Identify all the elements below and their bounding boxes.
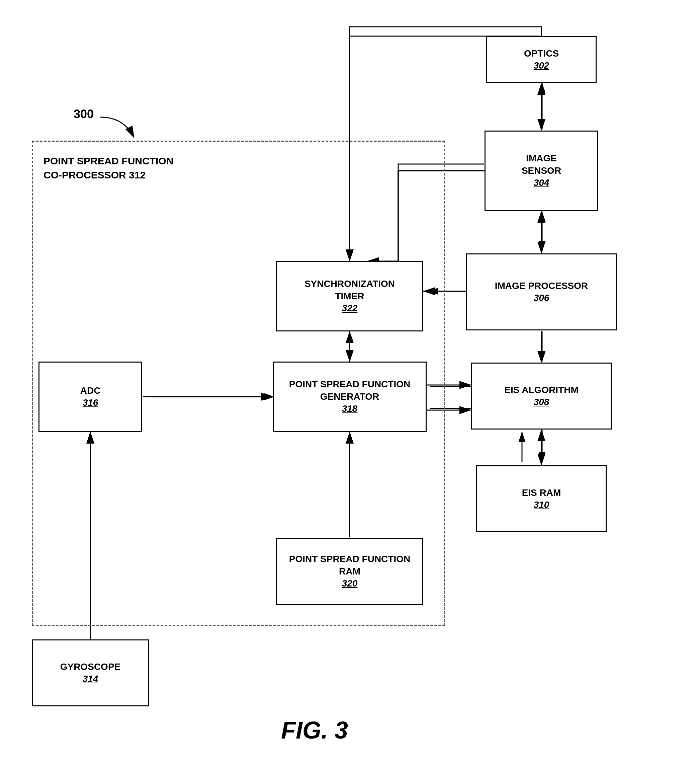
image-processor-ref: 306: [534, 292, 549, 304]
sync-timer-label: SYNCHRONIZATIONTIMER: [304, 278, 395, 302]
gyroscope-box: GYROSCOPE 314: [32, 639, 149, 706]
psf-coprocessor-ref: 312: [129, 169, 146, 181]
label-300: 300: [74, 107, 94, 121]
adc-ref: 316: [83, 397, 98, 409]
gyroscope-label: GYROSCOPE: [60, 661, 120, 673]
eis-algorithm-ref: 308: [534, 396, 549, 408]
psf-ram-label: POINT SPREAD FUNCTIONRAM: [289, 553, 410, 577]
optics-label: OPTICS: [524, 47, 559, 60]
psf-coprocessor-line2: CO-PROCESSOR 312: [44, 169, 146, 181]
image-sensor-box: IMAGESENSOR 304: [484, 130, 598, 211]
eis-ram-ref: 310: [534, 499, 549, 511]
psf-generator-label: POINT SPREAD FUNCTIONGENERATOR: [289, 378, 410, 403]
fig-3-label: FIG. 3: [281, 716, 348, 744]
image-sensor-ref: 304: [534, 177, 549, 189]
psf-ram-ref: 320: [342, 577, 358, 590]
image-processor-label: IMAGE PROCESSOR: [495, 280, 588, 292]
psf-ram-box: POINT SPREAD FUNCTIONRAM 320: [276, 538, 423, 605]
psf-generator-box: POINT SPREAD FUNCTIONGENERATOR 318: [273, 361, 427, 432]
adc-box: ADC 316: [39, 361, 142, 432]
eis-ram-box: EIS RAM 310: [476, 465, 607, 532]
eis-algorithm-box: EIS ALGORITHM 308: [471, 363, 612, 429]
optics-box: OPTICS 302: [486, 36, 597, 83]
psf-generator-ref: 318: [342, 403, 358, 415]
image-processor-box: IMAGE PROCESSOR 306: [466, 254, 617, 330]
sync-timer-ref: 322: [342, 302, 358, 314]
sync-timer-box: SYNCHRONIZATIONTIMER 322: [276, 261, 423, 332]
adc-label: ADC: [80, 385, 101, 397]
label-300-arrow: [97, 114, 137, 141]
image-sensor-label: IMAGESENSOR: [521, 152, 561, 177]
eis-ram-label: EIS RAM: [522, 487, 561, 499]
eis-algorithm-label: EIS ALGORITHM: [504, 384, 578, 396]
gyroscope-ref: 314: [83, 673, 98, 685]
diagram: OPTICS 302 IMAGESENSOR 304 IMAGE PROCESS…: [0, 0, 700, 771]
psf-coprocessor-line1: POINT SPREAD FUNCTION: [44, 155, 173, 166]
psf-coprocessor-label: POINT SPREAD FUNCTION CO-PROCESSOR 312: [44, 154, 173, 182]
optics-ref: 302: [534, 60, 549, 72]
